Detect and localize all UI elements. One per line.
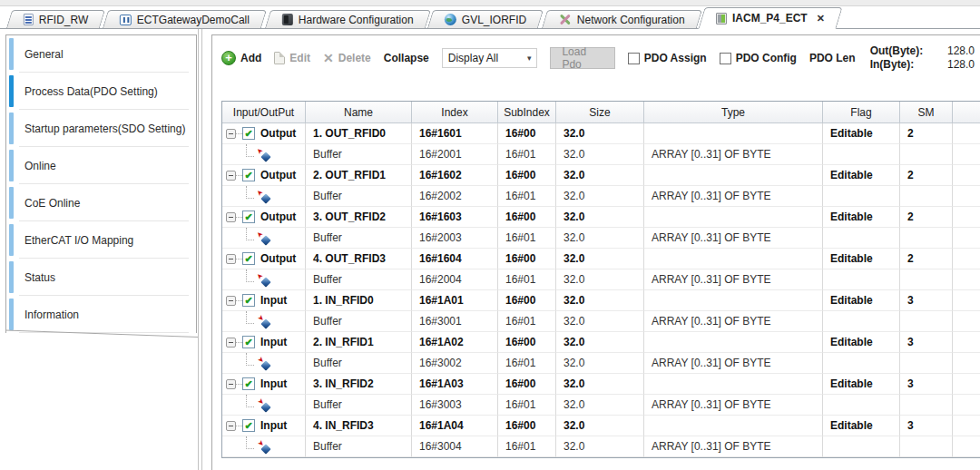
pdo-enabled-checkbox[interactable]: ✔ <box>242 127 255 140</box>
table-row[interactable]: ✔Output3. OUT_RFID216#160316#0032.0Edita… <box>222 207 980 228</box>
tab-network configuration[interactable]: Network Configuration <box>542 10 702 28</box>
table-row[interactable]: ➤Buffer16#200316#0132.0ARRAY [0..31] OF … <box>222 228 980 249</box>
collapse-expander-icon[interactable] <box>226 379 236 389</box>
sidebar-item-process-data-pdo-setting[interactable]: Process Data(PDO Setting) <box>6 73 196 110</box>
pdo-assign-checkbox-box[interactable] <box>628 53 640 64</box>
index-cell: 16#2004 <box>412 269 498 290</box>
flag-cell <box>823 395 900 416</box>
column-header-input-output[interactable]: Input/OutPut <box>222 102 306 122</box>
table-row[interactable]: ➤Buffer16#300216#0132.0ARRAY [0..31] OF … <box>222 353 980 374</box>
table-row[interactable]: ➤Buffer16#200416#0132.0ARRAY [0..31] OF … <box>222 269 980 290</box>
tab-rfid_rw[interactable]: RFID_RW <box>6 10 106 28</box>
tab-gvl_iorfid[interactable]: GVL_IORFID <box>427 10 544 28</box>
table-row[interactable]: ➤Buffer16#300316#0132.0ARRAY [0..31] OF … <box>222 395 980 416</box>
sidebar-item-accent <box>9 224 14 256</box>
sm-cell: 2 <box>900 123 953 144</box>
sidebar-item-information[interactable]: Information <box>6 296 196 333</box>
collapse-button[interactable]: Collapse <box>384 52 429 64</box>
column-header-sm[interactable]: SM <box>900 102 953 122</box>
pdo-enabled-checkbox[interactable]: ✔ <box>242 169 255 181</box>
filler-cell <box>953 144 980 165</box>
pdo-assign-checkbox[interactable]: PDO Assign <box>628 52 707 64</box>
pdo-config-checkbox-box[interactable] <box>720 53 731 64</box>
sidebar-item-ethercat-i-o-mapping[interactable]: EtherCAT I/O Mapping <box>6 221 196 259</box>
tree-branch-line <box>246 395 254 407</box>
in-byte-label: In(Byte): <box>870 58 932 72</box>
collapse-expander-icon[interactable] <box>226 129 236 139</box>
filler-cell <box>953 165 980 186</box>
collapse-expander-icon[interactable] <box>226 254 236 264</box>
column-header-index[interactable]: Index <box>412 102 498 122</box>
sidebar-item-status[interactable]: Status <box>6 259 196 296</box>
collapse-expander-icon[interactable] <box>226 171 236 181</box>
collapse-expander-icon[interactable] <box>226 338 236 348</box>
table-row[interactable]: ✔Input2. IN_RFID116#1A0216#0032.0Editabl… <box>222 332 980 353</box>
sidebar-item-online[interactable]: Online <box>6 147 196 184</box>
pdo-config-checkbox[interactable]: PDO Config <box>720 52 797 64</box>
sidebar-item-startup-parameters-sdo-setting[interactable]: Startup parameters(SDO Setting) <box>6 110 196 147</box>
hardware-icon <box>281 14 292 25</box>
table-row[interactable]: ➤Buffer16#300116#0132.0ARRAY [0..31] OF … <box>222 311 980 332</box>
pdo-enabled-checkbox[interactable]: ✔ <box>242 211 255 223</box>
subindex-cell: 16#01 <box>498 186 556 207</box>
type-cell <box>644 374 823 395</box>
buffer-arrow-icon: ➤ <box>256 356 265 365</box>
column-header-flag[interactable]: Flag <box>823 102 900 122</box>
table-row[interactable]: ✔Input1. IN_RFID016#1A0116#0032.0Editabl… <box>222 290 980 311</box>
collapse-expander-icon[interactable] <box>226 296 236 306</box>
io-byte-summary: Out(Byte): 128.0 In(Byte): 128.0 <box>870 44 975 72</box>
filler-cell <box>953 290 980 311</box>
size-cell: 32.0 <box>556 332 644 353</box>
size-cell: 32.0 <box>556 207 644 228</box>
pou-icon <box>120 15 132 25</box>
pdo-enabled-checkbox[interactable]: ✔ <box>242 377 255 390</box>
table-row[interactable]: ✔Input3. IN_RFID216#1A0316#0032.0Editabl… <box>222 374 980 395</box>
sidebar-item-label: Process Data(PDO Setting) <box>24 85 158 98</box>
table-row[interactable]: ✔Output4. OUT_RFID316#160416#0032.0Edita… <box>222 249 980 269</box>
device-icon <box>716 13 727 24</box>
sidebar-item-accent <box>9 75 14 107</box>
pdo-enabled-checkbox[interactable]: ✔ <box>242 336 255 348</box>
table-row[interactable]: ➤Buffer16#200116#0132.0ARRAY [0..31] OF … <box>222 144 980 165</box>
tab-ectgatewaydemocall[interactable]: ECTGatewayDemoCall <box>103 10 267 28</box>
type-cell: ARRAY [0..31] OF BYTE <box>644 311 823 332</box>
table-row[interactable]: ➤Buffer16#300416#0132.0ARRAY [0..31] OF … <box>222 436 980 457</box>
flag-cell: Editable <box>823 416 900 436</box>
direction-label: Input <box>260 377 287 390</box>
table-row[interactable]: ➤Buffer16#200216#0132.0ARRAY [0..31] OF … <box>222 186 980 207</box>
delete-button[interactable]: ✕ Delete <box>323 51 371 65</box>
direction-label: Output <box>260 252 296 265</box>
tree-branch-line <box>246 311 254 324</box>
collapse-expander-icon[interactable] <box>226 212 236 222</box>
edit-button[interactable]: Edit <box>274 52 310 64</box>
sidebar-item-label: CoE Online <box>24 197 80 210</box>
sidebar-item-coe-online[interactable]: CoE Online <box>6 184 196 221</box>
collapse-expander-icon[interactable] <box>226 421 236 431</box>
table-row[interactable]: ✔Input4. IN_RFID316#1A0416#0032.0Editabl… <box>222 416 980 436</box>
close-icon[interactable]: ✕ <box>817 13 825 24</box>
io-direction-cell: ➤ <box>222 186 306 207</box>
pdo-enabled-checkbox[interactable]: ✔ <box>242 252 255 265</box>
load-pdo-button[interactable]: Load Pdo <box>550 47 614 69</box>
column-header-size[interactable]: Size <box>556 102 644 122</box>
column-header-name[interactable]: Name <box>306 102 412 122</box>
pdo-enabled-checkbox[interactable]: ✔ <box>242 419 255 432</box>
column-header-subindex[interactable]: SubIndex <box>498 102 556 122</box>
table-row[interactable]: ✔Output1. OUT_RFID016#160116#0032.0Edita… <box>222 123 980 144</box>
pdo-enabled-checkbox[interactable]: ✔ <box>242 294 255 307</box>
buffer-arrow-icon: ➤ <box>256 397 265 406</box>
load-pdo-button-label: Load Pdo <box>562 45 603 71</box>
tab-iacm_p4_ect[interactable]: IACM_P4_ECT✕ <box>699 7 843 29</box>
display-filter-select[interactable]: Display All ▾ <box>442 48 538 68</box>
column-header-type[interactable]: Type <box>644 102 823 122</box>
direction-label: Output <box>260 211 296 223</box>
add-button[interactable]: + Add <box>221 51 261 65</box>
pdo-setting-panel: + Add Edit ✕ Delete Collapse Display All… <box>211 34 980 470</box>
type-cell <box>644 207 823 228</box>
sidebar-item-general[interactable]: General <box>6 35 196 73</box>
tab-hardware configuration[interactable]: Hardware Configuration <box>264 10 430 28</box>
tab-label: Network Configuration <box>576 14 684 26</box>
sm-cell <box>900 311 953 332</box>
panel-splitter[interactable] <box>198 29 202 470</box>
table-row[interactable]: ✔Output2. OUT_RFID116#160216#0032.0Edita… <box>222 165 980 186</box>
